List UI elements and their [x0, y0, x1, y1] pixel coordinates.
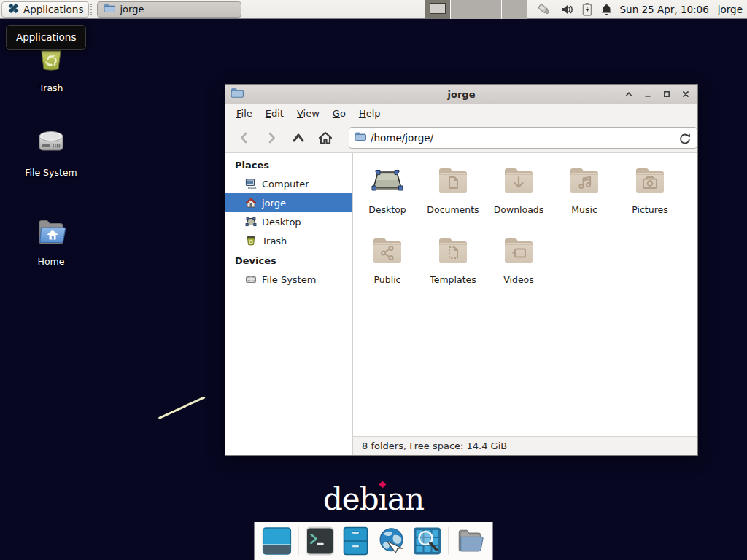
workspace-switcher[interactable] [425, 0, 527, 19]
panel-username[interactable]: jorge [718, 4, 743, 15]
taskbar-folder-icon [104, 2, 115, 16]
documents-folder-icon [436, 163, 471, 201]
sidebar-item-jorge[interactable]: jorge [225, 193, 352, 212]
pictures-folder-icon [632, 163, 667, 201]
folder-view[interactable]: Desktop Documents [353, 153, 697, 436]
file-manager-folder-icon[interactable] [456, 526, 485, 556]
folder-item-downloads[interactable]: Downloads [486, 163, 551, 215]
music-folder-icon [567, 163, 602, 201]
sidebar-item-label: Desktop [262, 217, 301, 228]
sidebar-item-label: Trash [262, 236, 287, 246]
workspace-4[interactable] [502, 0, 527, 19]
desktop-special-icon [370, 163, 405, 201]
volume-icon[interactable] [560, 3, 574, 16]
dock-separator [449, 527, 449, 555]
folder-item-documents[interactable]: Documents [420, 163, 486, 215]
menu-go[interactable]: Go [326, 104, 352, 122]
sidebar-item-file-system[interactable]: File System [225, 270, 352, 289]
sidebar-item-label: Computer [262, 179, 309, 190]
folder-item-templates[interactable]: Templates [420, 233, 486, 285]
system-tray [536, 2, 613, 17]
terminal-icon[interactable] [306, 526, 335, 556]
path-bar[interactable] [349, 127, 697, 149]
dock-separator [298, 527, 299, 555]
applications-menu-button[interactable]: Applications [1, 1, 89, 18]
workspace-2[interactable] [451, 0, 476, 19]
folder-item-desktop[interactable]: Desktop [355, 163, 420, 215]
devices-header: Devices [225, 252, 352, 270]
folder-item-videos[interactable]: Videos [486, 233, 551, 285]
desktop-icon-file-system[interactable]: File System [0, 124, 102, 178]
debian-logo-text: deb [323, 481, 379, 517]
notifications-bell-icon[interactable] [600, 3, 613, 16]
toolbar [225, 123, 697, 153]
menu-file[interactable]: File [230, 104, 259, 122]
desktop-icon-home[interactable]: Home [0, 213, 102, 267]
graphics-tablet-icon[interactable] [536, 2, 552, 17]
minimize-button[interactable] [643, 89, 653, 99]
panel-right-group: Sun 25 Apr, 10:06 jorge [425, 0, 747, 18]
battery-charging-icon[interactable] [582, 2, 592, 16]
taskbar-window-button[interactable]: jorge [97, 1, 241, 18]
home-icon [245, 197, 257, 209]
folder-label: Public [374, 274, 401, 285]
folder-label: Videos [503, 274, 534, 285]
window-content: Places Computer jorge [225, 153, 697, 455]
file-cabinet-icon[interactable] [341, 526, 371, 556]
statusbar-text: 8 folders, Free space: 14.4 GiB [362, 440, 507, 451]
menu-view[interactable]: View [290, 104, 326, 122]
desktop-icon-label: Trash [39, 82, 63, 93]
sidebar-item-desktop[interactable]: Desktop [225, 212, 352, 231]
back-button[interactable] [236, 128, 253, 147]
sidebar-item-label: File System [262, 274, 316, 285]
dock-panel [255, 522, 493, 560]
application-finder-icon[interactable] [413, 526, 442, 556]
sidebar: Places Computer jorge [225, 153, 353, 455]
folder-label: Documents [427, 204, 479, 215]
workspace-1[interactable] [425, 0, 451, 19]
close-button[interactable] [681, 89, 691, 99]
menu-edit[interactable]: Edit [259, 104, 290, 122]
panel-clock[interactable]: Sun 25 Apr, 10:06 [620, 4, 709, 15]
menu-help[interactable]: Help [352, 104, 387, 122]
statusbar: 8 folders, Free space: 14.4 GiB [353, 436, 697, 455]
folder-label: Pictures [632, 204, 668, 215]
public-folder-icon [370, 233, 405, 271]
sidebar-item-computer[interactable]: Computer [225, 174, 352, 193]
folder-label: Templates [430, 274, 476, 285]
folder-label: Downloads [494, 204, 544, 215]
forward-button[interactable] [263, 128, 280, 147]
show-desktop-icon[interactable] [263, 526, 292, 556]
web-browser-icon[interactable] [377, 526, 406, 556]
desktop-scratch-line [158, 396, 206, 419]
sidebar-item-label: jorge [262, 198, 286, 209]
folder-item-public[interactable]: Public [355, 233, 420, 285]
shade-button[interactable] [624, 89, 634, 99]
file-manager-window: jorge File Edit View Go Help [225, 84, 698, 456]
templates-folder-icon [436, 233, 471, 271]
xfce-applications-icon [7, 2, 20, 17]
workspace-3[interactable] [476, 0, 502, 19]
folder-item-music[interactable]: Music [551, 163, 617, 215]
path-input[interactable] [371, 132, 675, 144]
folder-item-pictures[interactable]: Pictures [617, 163, 683, 215]
path-folder-icon [355, 131, 366, 145]
downloads-folder-icon [501, 163, 536, 201]
panel-handle [90, 4, 96, 15]
folder-label: Desktop [368, 204, 406, 215]
home-button[interactable] [317, 128, 334, 147]
maximize-button[interactable] [662, 89, 672, 99]
menubar: File Edit View Go Help [225, 104, 697, 123]
sidebar-item-trash[interactable]: Trash [225, 231, 352, 250]
up-button[interactable] [290, 128, 307, 147]
titlebar[interactable]: jorge [225, 85, 697, 104]
top-panel: Applications jorge [0, 0, 747, 19]
applications-menu-label: Applications [23, 4, 83, 15]
computer-icon [245, 178, 257, 190]
trash-icon [245, 235, 257, 246]
places-header: Places [225, 157, 352, 174]
main-pane: Desktop Documents [353, 153, 697, 455]
desktop-icon-label: Home [38, 256, 65, 267]
reload-icon[interactable] [678, 132, 692, 145]
workspace-window-preview [430, 3, 446, 14]
